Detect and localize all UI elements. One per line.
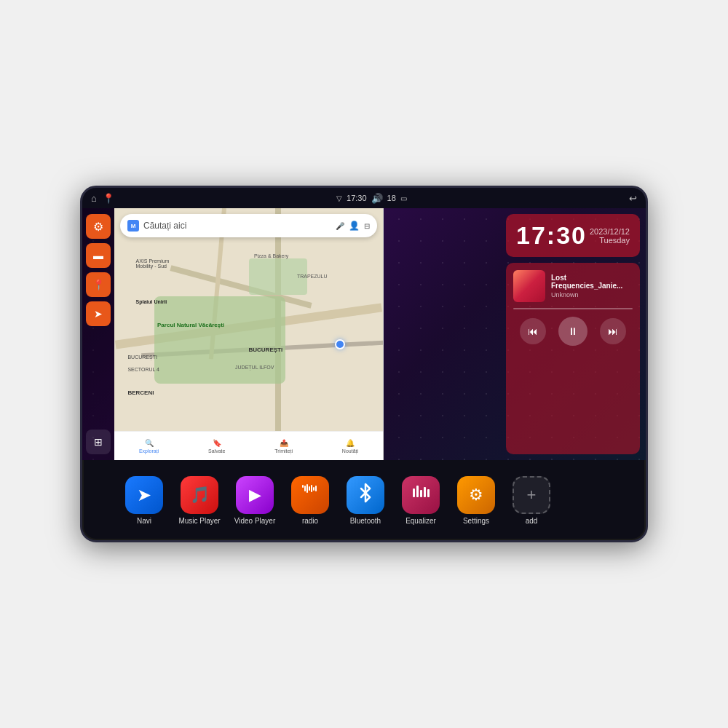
map-saved-btn[interactable]: 🔖 Salvate (208, 439, 225, 454)
add-label: add (526, 517, 538, 525)
main-content: ⚙ ▬ 📍 ➤ ⊞ (82, 208, 646, 460)
volume-icon: 🔊 (371, 193, 383, 204)
prev-icon: ⏮ (528, 325, 538, 337)
video-player-label: Video Player (234, 517, 276, 525)
svg-rect-7 (413, 488, 415, 497)
prev-button[interactable]: ⏮ (520, 318, 546, 344)
music-player-icon: 🎵 (190, 486, 210, 505)
next-icon: ⏭ (608, 325, 618, 337)
svg-rect-4 (311, 485, 312, 492)
status-right: ↩ (629, 193, 637, 204)
track-info: Lost Frequencies_Janie... Unknown (513, 270, 633, 302)
settings-icon: ⚙ (469, 486, 483, 505)
share-icon: 📤 (280, 439, 288, 447)
home-icon[interactable]: ⌂ (91, 193, 97, 204)
svg-rect-2 (306, 484, 308, 493)
next-button[interactable]: ⏭ (600, 318, 626, 344)
back-icon[interactable]: ↩ (629, 193, 637, 204)
music-player-icon-bg: 🎵 (181, 476, 218, 514)
svg-rect-3 (309, 486, 310, 491)
app-tray: ➤ Navi 🎵 Music Player ▶ Video Player (82, 460, 646, 540)
app-equalizer[interactable]: Equalizer (395, 476, 446, 525)
google-maps-logo: M (127, 220, 139, 232)
sidebar-nav[interactable]: ➤ (86, 301, 111, 326)
svg-rect-10 (424, 487, 426, 497)
news-label: Noutăți (342, 448, 358, 454)
map-search-text: Căutați aici (143, 221, 331, 231)
settings-label: Settings (463, 517, 489, 525)
map-news-btn[interactable]: 🔔 Noutăți (342, 439, 358, 454)
sidebar-files[interactable]: ▬ (86, 243, 111, 268)
navi-label: Navi (137, 517, 151, 525)
sidebar-apps[interactable]: ⊞ (86, 430, 111, 454)
app-music-player[interactable]: 🎵 Music Player (174, 476, 225, 525)
maps-status-icon[interactable]: 📍 (103, 193, 114, 204)
app-video-player[interactable]: ▶ Video Player (229, 476, 280, 525)
svg-rect-8 (416, 486, 419, 497)
explore-icon: 🔍 (145, 439, 154, 447)
share-label: Trimiteți (274, 448, 293, 454)
explore-label: Explorați (139, 448, 159, 454)
svg-rect-11 (427, 489, 430, 497)
battery-icon: ▭ (400, 194, 407, 202)
saved-icon: 🔖 (213, 439, 221, 447)
music-widget: Lost Frequencies_Janie... Unknown ⏮ ⏸ ⏭ (506, 263, 640, 454)
map-explore-btn[interactable]: 🔍 Explorați (139, 439, 159, 454)
radio-icon-bg (291, 476, 329, 514)
car-head-unit: ⌂ 📍 ▽ 17:30 🔊 18 ▭ ↩ ⚙ ▬ 📍 (80, 186, 648, 542)
layers-icon[interactable]: ⊟ (364, 222, 370, 230)
bluetooth-label: Bluetooth (350, 517, 381, 525)
apps-sidebar-icon: ⊞ (94, 436, 103, 448)
pause-icon: ⏸ (568, 325, 578, 337)
music-player-label: Music Player (178, 517, 220, 525)
bluetooth-icon (355, 483, 376, 507)
svg-rect-0 (302, 485, 304, 488)
equalizer-icon (411, 483, 431, 507)
album-art-image (513, 270, 545, 302)
sidebar-maps[interactable]: 📍 (86, 272, 111, 297)
nav-sidebar-icon: ➤ (94, 308, 103, 320)
clock-day: Tuesday (590, 236, 630, 245)
add-icon-bg: + (513, 476, 550, 514)
svg-rect-9 (420, 490, 422, 497)
clock-date: 2023/12/12 (590, 227, 630, 236)
time-display: 17:30 (347, 194, 367, 202)
clock-time: 17:30 (516, 221, 587, 250)
radio-icon (301, 483, 320, 506)
bluetooth-icon-bg (347, 476, 384, 514)
mic-icon[interactable]: 🎤 (336, 222, 344, 230)
account-icon[interactable]: 👤 (349, 221, 360, 231)
svg-rect-5 (313, 487, 314, 491)
svg-rect-6 (315, 486, 317, 491)
track-artist: Unknown (551, 291, 633, 298)
map-area: AXIS Premium Mobility - Sud Pizza & Bake… (114, 208, 500, 460)
map-share-btn[interactable]: 📤 Trimiteți (274, 439, 293, 454)
files-sidebar-icon: ▬ (93, 250, 103, 261)
clock-widget: 17:30 2023/12/12 Tuesday (506, 214, 640, 257)
battery-level: 18 (387, 194, 396, 202)
clock-date-info: 2023/12/12 Tuesday (590, 227, 630, 245)
status-bar: ⌂ 📍 ▽ 17:30 🔊 18 ▭ ↩ (82, 188, 646, 208)
wifi-icon: ▽ (336, 194, 342, 202)
equalizer-label: Equalizer (405, 517, 436, 525)
music-progress-bar[interactable] (513, 308, 633, 309)
app-settings[interactable]: ⚙ Settings (451, 476, 502, 525)
map-bottom-bar: 🔍 Explorați 🔖 Salvate 📤 Trimiteți � (114, 431, 383, 460)
svg-rect-1 (304, 486, 306, 491)
radio-label: radio (302, 517, 318, 525)
news-icon: 🔔 (346, 439, 355, 447)
map-search-bar[interactable]: M Căutați aici 🎤 👤 ⊟ (120, 214, 377, 237)
saved-label: Salvate (208, 448, 225, 454)
settings-icon-bg: ⚙ (457, 476, 495, 514)
sidebar-settings[interactable]: ⚙ (86, 214, 111, 239)
app-add[interactable]: + add (506, 476, 557, 525)
map-frame[interactable]: AXIS Premium Mobility - Sud Pizza & Bake… (114, 208, 384, 460)
left-sidebar: ⚙ ▬ 📍 ➤ ⊞ (82, 208, 114, 460)
pause-button[interactable]: ⏸ (558, 317, 587, 346)
maps-sidebar-icon: 📍 (92, 279, 105, 290)
app-radio[interactable]: radio (285, 476, 336, 525)
app-navi[interactable]: ➤ Navi (119, 476, 170, 525)
app-bluetooth[interactable]: Bluetooth (340, 476, 391, 525)
add-icon: + (527, 486, 537, 505)
track-details: Lost Frequencies_Janie... Unknown (551, 274, 633, 298)
